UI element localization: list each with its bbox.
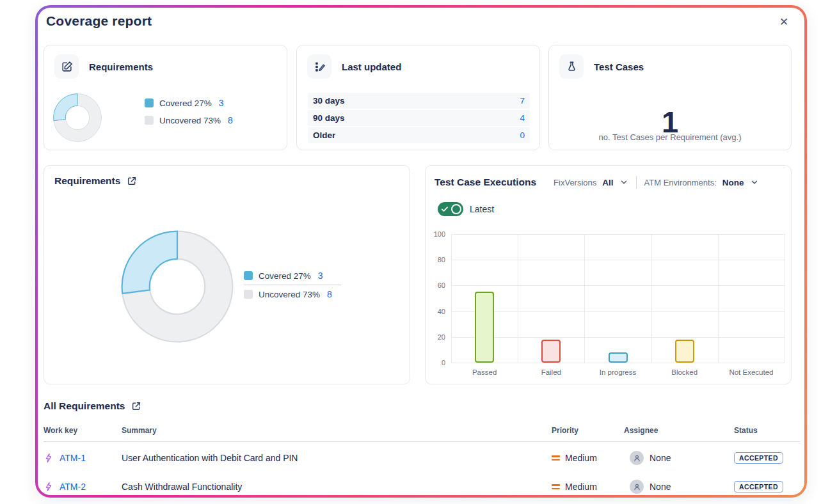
last-updated-row-30days: 30 days 7 — [308, 93, 530, 109]
column-header-work-key: Work key — [44, 426, 77, 435]
test-cases-caption: no. Test Cases per Requirement (avg.) — [549, 132, 791, 142]
atm-environments-dropdown[interactable]: ATM Environments: None — [644, 178, 759, 187]
gridline — [785, 234, 785, 363]
y-tick-label: 40 — [438, 308, 445, 315]
list-edit-icon — [307, 54, 331, 79]
gridline — [451, 337, 785, 338]
coverage-report-page: Coverage report ✕ Requirements — [0, 0, 837, 504]
environments-label: ATM Environments: — [644, 178, 717, 187]
legend-label: Uncovered 73% — [159, 116, 221, 125]
column-header-assignee: Assignee — [624, 426, 658, 435]
bolt-icon — [44, 453, 54, 463]
x-tick-label: Not Executed — [718, 368, 785, 376]
bar-chart-y-axis: 020406080100 — [426, 234, 447, 363]
chevron-down-icon — [750, 178, 759, 187]
row-value: 4 — [520, 113, 525, 123]
edit-icon — [54, 54, 79, 79]
bolt-icon — [44, 482, 54, 492]
last-updated-row-90days: 90 days 4 — [308, 110, 530, 126]
column-header-summary: Summary — [122, 426, 157, 435]
x-tick-label: In progress — [584, 368, 651, 376]
row-label: 30 days — [313, 96, 345, 106]
status-badge: ACCEPTED — [734, 481, 783, 492]
requirements-donut-chart-large — [120, 229, 235, 344]
requirements-legend-small: Covered 27% 3 Uncovered 73% 8 — [145, 98, 233, 125]
medium-priority-icon — [552, 455, 560, 461]
last-updated-rows: 30 days 7 90 days 4 Older 0 — [308, 93, 530, 143]
covered-count-link[interactable]: 3 — [219, 98, 224, 108]
row-value: 0 — [520, 130, 525, 140]
vertical-divider — [636, 176, 637, 189]
row-label: Older — [313, 130, 335, 140]
fixversions-dropdown[interactable]: FixVersions All — [554, 178, 628, 187]
external-link-icon[interactable] — [127, 176, 137, 186]
covered-count-link[interactable]: 3 — [318, 271, 323, 281]
gridline — [651, 234, 652, 363]
legend-item-covered: Covered 27% 3 — [145, 98, 233, 108]
last-updated-row-older: Older 0 — [308, 127, 530, 143]
card-title: Test Case Executions — [434, 177, 536, 188]
y-tick-label: 60 — [438, 281, 445, 289]
chevron-down-icon — [619, 178, 628, 187]
toggle-knob — [451, 204, 461, 214]
gridline — [451, 260, 785, 260]
close-icon[interactable]: ✕ — [775, 13, 793, 31]
covered-swatch — [244, 271, 253, 280]
table-row: ATM-1 User Authentication with Debit Car… — [38, 447, 804, 469]
priority-cell: Medium — [552, 453, 597, 463]
y-tick-label: 0 — [442, 359, 445, 366]
x-tick-label: Passed — [451, 368, 518, 376]
test-case-executions-card: Test Case Executions FixVersions All ATM… — [425, 165, 792, 384]
uncovered-swatch — [244, 290, 253, 299]
uncovered-swatch — [145, 116, 154, 125]
environments-value: None — [722, 178, 744, 187]
legend-label: Uncovered 73% — [259, 290, 320, 299]
y-tick-label: 80 — [438, 256, 445, 264]
column-header-status: Status — [734, 426, 758, 435]
bar-passed — [475, 292, 494, 363]
priority-label: Medium — [565, 453, 597, 463]
legend-item-uncovered: Uncovered 73% 8 — [244, 285, 341, 303]
coverage-report-dialog: Coverage report ✕ Requirements — [38, 8, 804, 495]
assignee-cell: None — [630, 480, 671, 494]
row-label: 90 days — [313, 113, 345, 123]
gridline — [718, 234, 719, 363]
test-executions-bar-chart — [451, 234, 785, 363]
latest-toggle-label: Latest — [470, 204, 494, 214]
priority-label: Medium — [565, 482, 597, 492]
uncovered-count-link[interactable]: 8 — [327, 289, 332, 299]
work-key-link[interactable]: ATM-1 — [60, 453, 86, 463]
assignee-cell: None — [630, 451, 671, 465]
avatar — [630, 451, 644, 465]
work-key-link[interactable]: ATM-2 — [60, 482, 86, 492]
legend-item-uncovered: Uncovered 73% 8 — [145, 115, 233, 125]
bar-blocked — [675, 340, 694, 363]
requirements-donut-chart-small — [52, 93, 102, 143]
table-header-divider — [44, 441, 800, 442]
all-requirements-title: All Requirements — [44, 400, 125, 412]
external-link-icon[interactable] — [131, 401, 141, 411]
status-badge: ACCEPTED — [734, 452, 783, 464]
requirements-chart-card: Requirements Covered 27% — [44, 165, 410, 384]
check-icon — [440, 205, 449, 214]
gridline — [584, 234, 585, 363]
x-tick-label: Blocked — [651, 368, 718, 376]
uncovered-count-link[interactable]: 8 — [228, 115, 233, 125]
fixversions-label: FixVersions — [554, 178, 596, 187]
covered-swatch — [145, 98, 154, 107]
latest-toggle[interactable] — [438, 202, 463, 216]
assignee-label: None — [650, 482, 671, 492]
gridline — [451, 285, 785, 286]
bar-chart-x-axis: PassedFailedIn progressBlockedNot Execut… — [451, 368, 785, 376]
status-cell: ACCEPTED — [734, 481, 783, 492]
summary-text: User Authentication with Debit Card and … — [122, 453, 298, 463]
medium-priority-icon — [552, 484, 560, 489]
avatar — [630, 480, 644, 494]
dialog-gradient-border: Coverage report ✕ Requirements — [35, 5, 807, 498]
legend-label: Covered 27% — [259, 271, 311, 281]
card-title: Requirements — [89, 61, 153, 72]
gridline — [451, 234, 452, 363]
page-title: Coverage report — [46, 13, 152, 29]
row-value: 7 — [520, 96, 525, 106]
bar-failed — [541, 340, 561, 363]
